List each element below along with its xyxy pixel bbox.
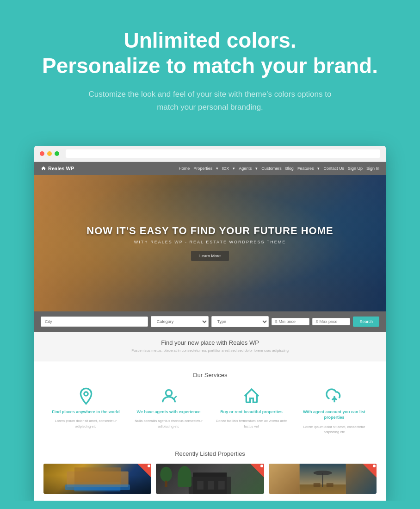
svg-point-1 — [166, 390, 172, 396]
bottom-teal-section — [0, 501, 420, 509]
hero-title-line1: Unlimited colors. — [124, 28, 296, 52]
agent-icon — [160, 387, 178, 405]
nav-signup[interactable]: Sign Up — [348, 166, 363, 171]
properties-section: Recently Listed Properties — [34, 443, 386, 503]
min-price-input[interactable] — [278, 319, 306, 324]
location-icon — [77, 387, 95, 405]
min-price-symbol: $ — [275, 319, 277, 324]
property-card-3[interactable] — [269, 464, 377, 494]
nav-idx[interactable]: IDX — [222, 166, 229, 171]
service-buy-rent: Buy or rent beautiful properties Donec f… — [214, 387, 289, 435]
nav-home[interactable]: Home — [179, 166, 190, 171]
site-hero-subtitle: WITH REALES WP - REAL ESTATE WORDPRESS T… — [86, 240, 333, 244]
service-find-places: Find places anywhere in the world Lorem … — [48, 387, 124, 435]
terrace-scene — [269, 464, 377, 494]
hero-text-section: Unlimited colors. Personalize to match y… — [0, 0, 420, 132]
max-price-field: $ — [312, 318, 350, 325]
property-card-1[interactable] — [43, 464, 151, 494]
services-grid: Find places anywhere in the world Lorem … — [48, 387, 372, 435]
services-section: Our Services Find places anywhere in the… — [34, 361, 386, 443]
house-icon — [242, 387, 261, 405]
learn-more-button[interactable]: Learn More — [191, 251, 229, 261]
properties-title: Recently Listed Properties — [43, 450, 377, 457]
hero-subtitle: Customize the look and feel of your site… — [80, 88, 340, 113]
browser-min-dot — [47, 151, 52, 156]
property-image-3 — [269, 464, 377, 494]
site-brand: Reales WP — [41, 166, 74, 171]
service-agents: We have agents with experience Nulla con… — [131, 387, 206, 435]
hero-title: Unlimited colors. Personalize to match y… — [37, 28, 383, 79]
service-2-desc: Nulla convallis agentus rhoncus consecte… — [131, 418, 206, 429]
property-badge-2 — [250, 464, 264, 478]
nav-contact[interactable]: Contact Us — [323, 166, 344, 171]
service-4-name: With agent account you can list properti… — [296, 409, 372, 421]
nav-customers[interactable]: Customers — [261, 166, 282, 171]
nav-features[interactable]: Features — [297, 166, 314, 171]
services-title: Our Services — [48, 372, 372, 379]
city-search-input[interactable] — [41, 317, 148, 327]
nav-properties[interactable]: Properties — [193, 166, 212, 171]
nav-signin[interactable]: Sign In — [366, 166, 379, 171]
category-select[interactable]: Category — [151, 316, 209, 327]
service-3-name: Buy or rent beautiful properties — [220, 409, 283, 415]
svg-point-10 — [161, 467, 172, 482]
browser-bar — [34, 146, 386, 162]
site-hero-banner: NOW IT'S EASY TO FIND YOUR FUTURE HOME W… — [34, 175, 386, 311]
svg-rect-8 — [208, 481, 214, 490]
browser-max-dot — [55, 151, 59, 156]
type-select[interactable]: Type — [211, 316, 269, 327]
hero-title-line2: Personalize to match your brand. — [42, 54, 378, 78]
tree-decoration — [158, 466, 174, 489]
svg-rect-9 — [218, 481, 225, 490]
property-search-bar: Category Type $ $ Search — [34, 311, 386, 332]
service-4-desc: Lorem ipsum dolor sit amet, consectetur … — [296, 424, 372, 435]
service-1-name: Find places anywhere in the world — [52, 409, 120, 415]
service-2-name: We have agents with experience — [137, 409, 201, 415]
properties-grid — [43, 464, 377, 494]
property-card-2[interactable] — [156, 464, 264, 494]
site-hero-title: NOW IT'S EASY TO FIND YOUR FUTURE HOME — [86, 225, 333, 237]
max-price-symbol: $ — [315, 319, 318, 324]
max-price-input[interactable] — [319, 319, 347, 324]
min-price-field: $ — [272, 318, 309, 325]
browser-close-dot — [40, 151, 44, 156]
property-image-1 — [43, 464, 151, 494]
svg-rect-7 — [197, 481, 204, 490]
svg-rect-16 — [313, 483, 320, 487]
browser-url-bar — [66, 149, 380, 158]
tagline-title: Find your new place with Reales WP — [43, 339, 377, 346]
browser-mockup: Reales WP Home Properties ▾ IDX ▾ Agents… — [34, 146, 386, 503]
property-image-2 — [156, 464, 264, 494]
nav-agents[interactable]: Agents — [239, 166, 252, 171]
brand-name: Reales WP — [48, 166, 74, 171]
site-navbar: Reales WP Home Properties ▾ IDX ▾ Agents… — [34, 162, 386, 175]
building-silhouette — [49, 464, 146, 487]
site-hero-content: NOW IT'S EASY TO FIND YOUR FUTURE HOME W… — [86, 225, 333, 261]
svg-rect-4 — [74, 468, 121, 487]
search-button[interactable]: Search — [353, 317, 379, 327]
svg-rect-11 — [165, 481, 167, 487]
service-1-desc: Lorem ipsum dolor sit amet, consectetur … — [48, 418, 124, 429]
site-nav-links: Home Properties ▾ IDX ▾ Agents ▾ Custome… — [179, 166, 379, 171]
tagline-text: Fusce risus metus, placerat in consectet… — [43, 348, 377, 354]
nav-blog[interactable]: Blog — [285, 166, 294, 171]
home-icon — [41, 166, 46, 171]
site-tagline-section: Find your new place with Reales WP Fusce… — [34, 332, 386, 361]
svg-point-0 — [84, 392, 87, 396]
service-list-properties: With agent account you can list properti… — [296, 387, 372, 435]
upload-cloud-icon — [325, 387, 344, 405]
service-3-desc: Donec facilisis fermentum sem ac viverra… — [214, 418, 289, 429]
svg-point-15 — [313, 471, 332, 475]
svg-rect-17 — [326, 483, 333, 487]
dark-building — [172, 468, 247, 494]
